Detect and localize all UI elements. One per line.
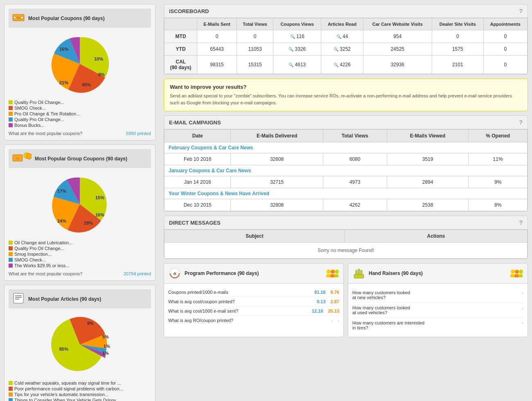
perf-val1-2: 0.13 [317,299,325,304]
dm-title: DIRECT MESSAGES [169,220,221,226]
svg-text:16%: 16% [95,212,104,217]
cal-dealer-visits: 2101 [432,56,483,74]
performance-icon: ⏱ [168,267,181,280]
svg-text:15%: 15% [95,195,104,200]
email-campaigns-section: E-MAIL CAMPAIGNS ? Date E-Mails Delivere… [164,115,528,212]
campaign-link-feb[interactable]: February Coupons & Car Care News [169,145,253,151]
campaign-link-jan[interactable]: January Coupons & Car Care News [169,168,251,173]
col-appointments: Appointments [483,18,527,30]
scoreboard-table: E-Mails Sent Total Views Coupons Views A… [164,18,527,74]
svg-point-12 [26,153,32,159]
cal-emails-sent: 98315 [197,56,237,74]
perf-val1-3: 12.10 [312,309,323,313]
mtd-dealer-visits: 0 [432,30,483,43]
col-car-visits: Car Care Website Visits [363,18,432,30]
perf-val2-3: 25.13 [328,309,339,313]
jan-pct-opened: 9% [469,176,527,188]
campaign-group-winter: Your Winter Coupons & News Have Arrived [165,188,527,199]
performance-body: Coupons printed/1000 e-mails 91.16 8.76 … [164,284,343,329]
svg-text:⏱: ⏱ [173,272,176,276]
pie-chart-1: 10% 8% 16% 21% 45% [35,31,125,97]
campaign-link-winter[interactable]: Your Winter Coupons & News Have Arrived [169,191,269,196]
svg-rect-45 [518,274,523,277]
scoreboard-help-icon[interactable]: ? [519,8,523,14]
camp-col-total-views: Total Views [323,130,387,142]
hand-raisers-card: Hand Raisers (90 days) How many customer… [348,263,528,337]
scoreboard-title: iSCOREBOARD [169,8,209,14]
group-people-icon [325,268,339,278]
cal-coupon-views: 🔍 4613 [273,56,321,74]
winter-total-views: 4262 [323,199,387,211]
winter-delivered: 32808 [231,199,323,211]
widget1-footer-link[interactable]: 5990 printed [126,131,151,136]
perf-label-4: What is avg RO/coupon printed? [168,318,233,323]
cal-appointments: 0 [483,56,527,74]
popular-group-coupons-widget: % Most Popular Group Coupons (90 days) [4,144,156,281]
svg-text:16%: 16% [59,47,68,52]
widget1-legend: Quality Pro Oil Change... SMOG Check... … [9,100,151,128]
hr-val-1: - [522,290,523,300]
widget3-legend: Cold weather squeaks, squeals may signal… [9,381,151,401]
svg-rect-39 [361,270,362,275]
perf-val2-4: - [338,318,339,323]
winter-date: Dec 10 2015 [165,199,231,211]
svg-rect-38 [358,269,360,275]
widget2-footer-link[interactable]: 20794 printed [124,271,151,276]
feb-emails-viewed: 3519 [387,153,468,165]
hr-label-1: How many customers lookedat new vehicles… [352,290,410,300]
perf-val1-1: 91.16 [314,290,326,295]
hr-row-3: How many customers are interestedin tire… [352,318,523,333]
ytd-car-visits: 24525 [363,43,432,56]
ytd-appointments: 0 [483,43,527,56]
tip-title: Want to improve your results? [170,84,522,90]
svg-text:1%: 1% [104,344,110,349]
svg-point-32 [335,270,339,274]
col-emails-sent: E-Mails Sent [197,18,237,30]
dm-help-icon[interactable]: ? [519,219,523,226]
svg-rect-44 [514,274,518,277]
hand-raisers-icon [352,267,365,280]
svg-rect-37 [356,270,357,275]
perf-val2-2: 2.87 [331,299,339,304]
widget1-title: Most Popular Coupons (90 days) [28,16,105,21]
svg-rect-18 [14,293,23,303]
svg-text:10%: 10% [94,56,103,61]
svg-rect-43 [510,274,514,277]
hr-row-1: How many customers lookedat new vehicles… [352,288,523,303]
svg-text:9%: 9% [87,321,94,326]
campaigns-table: Date E-Mails Delivered Total Views E-Mai… [164,129,527,211]
ytd-dealer-visits: 1575 [432,43,483,56]
jan-total-views: 4973 [323,176,387,188]
svg-text:45%: 45% [82,82,91,87]
svg-text:17%: 17% [57,189,66,194]
row-mtd-label: MTD [165,30,197,43]
ytd-emails-sent: 65443 [197,43,237,56]
program-performance-card: ⏱ Program Performance (90 days) [164,263,344,337]
hr-label-3: How many customers are interestedin tire… [352,320,424,330]
svg-text:5%: 5% [102,334,109,339]
tip-text: Send an adblast special to your "zombie"… [170,92,522,106]
mtd-coupon-views: 🔍 116 [273,30,321,43]
tip-box: Want to improve your results? Send an ad… [164,79,528,111]
jan-date: Jan 14 2016 [165,176,231,188]
hand-raisers-title: Hand Raisers (90 days) [369,270,423,276]
widget1-footer-label: What are the most popular coupons? [9,131,82,136]
svg-rect-33 [326,274,330,277]
campaigns-title: E-MAIL CAMPAIGNS [169,119,221,126]
feb-date: Feb 10 2016 [165,153,231,165]
svg-point-42 [519,270,523,274]
svg-point-31 [331,270,335,274]
col-dealer-visits: Dealer Site Visits [432,18,483,30]
dm-empty-message: Sorry no message Found! [165,243,527,259]
campaigns-help-icon[interactable]: ? [519,119,523,126]
camp-col-delivered: E-Mails Delivered [231,130,323,142]
feb-pct-opened: 11% [469,153,527,165]
perf-val1-4: - [331,318,333,323]
perf-row-2: What is avg cost/coupon printed? 0.13 2.… [168,297,339,306]
mtd-emails-sent: 0 [197,30,237,43]
ytd-articles-read: 🔍 3252 [321,43,363,56]
cal-car-visits: 32936 [363,56,432,74]
widget3-title: Most Popular Articles (90 days) [28,296,101,302]
svg-text:%: % [17,16,20,20]
svg-point-40 [511,270,515,274]
